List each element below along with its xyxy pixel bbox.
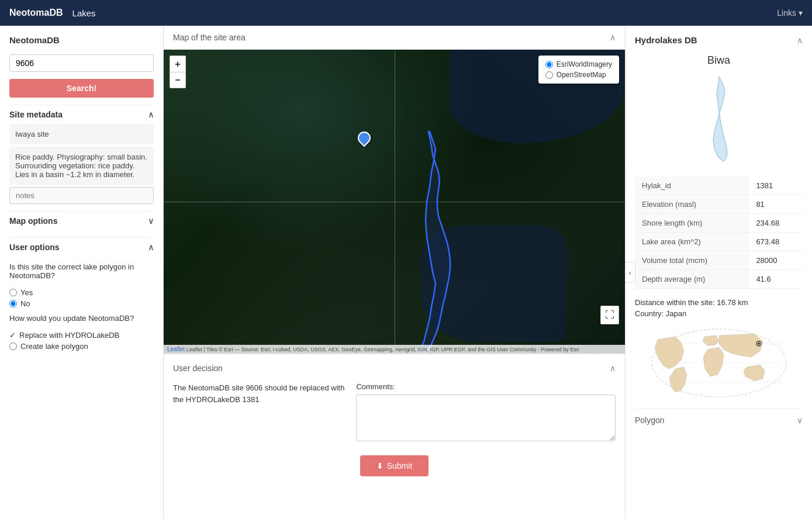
shore-value: 234.68: [749, 214, 803, 233]
fullscreen-button[interactable]: ⛶: [600, 306, 619, 324]
site-metadata-section: Site metadata ∧ Iwaya site Rice paddy. P…: [9, 105, 154, 204]
elevation-value: 81: [749, 195, 803, 214]
collapse-center-button[interactable]: ‹: [625, 262, 635, 283]
q1-no-radio[interactable]: [9, 300, 17, 307]
map-section: Map of the site area ∧: [164, 26, 625, 354]
table-row-area: Lake area (km^2) 673.48: [635, 233, 803, 251]
links-chevron: ▾: [799, 8, 803, 18]
layer-esri-label: EsriWorldImagery: [557, 60, 612, 68]
map-options-chevron: ∨: [148, 216, 154, 226]
shore-label: Shore length (km): [635, 214, 749, 233]
decision-collapse-icon[interactable]: ∧: [610, 364, 616, 373]
lake-name: Biwa: [635, 54, 803, 67]
leaflet-link[interactable]: Leaflet: [167, 346, 185, 352]
map-background: [164, 50, 625, 354]
layer-esri-option[interactable]: EsriWorldImagery: [545, 60, 612, 68]
site-metadata-header[interactable]: Site metadata ∧: [9, 105, 154, 124]
zoom-in-button[interactable]: +: [170, 56, 186, 72]
area-label: Lake area (km^2): [635, 233, 749, 251]
hydrolakes-title: Hydrolakes DB: [635, 35, 697, 45]
q2-option2-radio[interactable]: [9, 342, 17, 350]
comments-textarea[interactable]: [356, 395, 616, 441]
map-collapse-icon[interactable]: ∧: [610, 33, 616, 42]
area-value: 673.48: [749, 233, 803, 251]
hydrolakes-data-table: Hylak_id 1381 Elevation (masl) 81 Shore …: [635, 177, 803, 289]
search-button[interactable]: Search!: [9, 79, 154, 98]
user-options-chevron: ∧: [148, 243, 154, 252]
left-sidebar: NeotomaDB Search! Site metadata ∧ Iwaya …: [0, 26, 164, 519]
country-info: Country: Japan: [635, 309, 803, 318]
hylakid-label: Hylak_id: [635, 177, 749, 195]
fullscreen-icon: ⛶: [605, 310, 614, 320]
user-options-header[interactable]: User options ∧: [9, 237, 154, 257]
q1-no-option[interactable]: No: [9, 299, 154, 308]
q1-yes-radio[interactable]: [9, 289, 17, 296]
question2-options: ✓ Replace with HYDROLakeDB Create lake p…: [9, 331, 154, 351]
world-map-container: [635, 325, 803, 401]
links-menu[interactable]: Links ▾: [777, 8, 803, 18]
table-row-volume: Volume total (mcm) 28000: [635, 251, 803, 270]
water-bottom: [420, 225, 566, 342]
decision-content: The NeotomaDB site 9606 should be replac…: [173, 382, 616, 441]
decision-text-line2: the HYDROLakeDB 1381: [173, 395, 259, 404]
elevation-label: Elevation (masl): [635, 195, 749, 214]
table-row-hylakid: Hylak_id 1381: [635, 177, 803, 195]
user-options-section: User options ∧ Is this site the correct …: [9, 237, 154, 351]
center-content: Map of the site area ∧: [164, 26, 625, 519]
search-input[interactable]: [9, 54, 154, 72]
depth-label: Depth average (m): [635, 270, 749, 289]
right-panel-header: Hydrolakes DB ∧: [635, 35, 803, 45]
q2-option1-label: Replace with HYDROLakeDB: [19, 331, 119, 340]
site-description-box: Rice paddy. Physiography: small basin. S…: [9, 147, 154, 185]
notes-input[interactable]: [9, 187, 154, 204]
right-panel: Hydrolakes DB ∧ Biwa Hylak_id 1381 Eleva…: [625, 26, 812, 519]
attribution-text: Leaflet | Tiles © Esri — Source: Esri, i…: [186, 347, 579, 352]
topnav: NeotomaDB Lakes Links ▾: [0, 0, 812, 26]
decision-text: The NeotomaDB site 9606 should be replac…: [173, 382, 344, 405]
submit-icon: ⬇: [376, 461, 383, 470]
world-map-svg: [649, 325, 789, 401]
site-name-box: Iwaya site: [9, 124, 154, 144]
user-options-label: User options: [9, 243, 60, 252]
layer-osm-option[interactable]: OpenStreetMap: [545, 71, 612, 79]
submit-button[interactable]: ⬇ Submit: [360, 455, 429, 476]
checkmark1-icon: ✓: [9, 331, 16, 340]
map-zoom-controls: + −: [170, 56, 186, 88]
map-title: Map of the site area: [173, 33, 246, 42]
sidebar-title: NeotomaDB: [9, 35, 154, 45]
center-wrapper: Map of the site area ∧: [164, 26, 625, 519]
table-row-depth: Depth average (m) 41.6: [635, 270, 803, 289]
site-description: Rice paddy. Physiography: small basin. S…: [15, 153, 147, 179]
q2-option1-item[interactable]: ✓ Replace with HYDROLakeDB: [9, 331, 154, 340]
map-container[interactable]: + − EsriWorldImagery OpenStreetMap: [164, 50, 625, 354]
comments-label: Comments:: [356, 382, 616, 391]
q2-option2-item[interactable]: Create lake polygon: [9, 342, 154, 351]
right-panel-collapse-icon[interactable]: ∧: [797, 36, 803, 45]
site-metadata-chevron: ∧: [148, 110, 154, 119]
table-row-elevation: Elevation (masl) 81: [635, 195, 803, 214]
map-layer-control: EsriWorldImagery OpenStreetMap: [538, 56, 619, 84]
question1-label: Is this site the correct lake polygon in…: [9, 262, 154, 280]
decision-section: User decision ∧ The NeotomaDB site 9606 …: [164, 354, 625, 486]
question2-label: How would you update NeotomaDB?: [9, 314, 154, 323]
sidebar-brand: NeotomaDB: [9, 35, 154, 47]
submit-area: ⬇ Submit: [173, 451, 616, 476]
crosshair-vertical: [395, 50, 395, 354]
site-metadata-label: Site metadata: [9, 110, 63, 119]
map-attribution: Leaflet Leaflet | Tiles © Esri — Source:…: [164, 345, 625, 354]
question1-options: Yes No: [9, 288, 154, 308]
polygon-chevron[interactable]: ∨: [797, 416, 803, 425]
map-options-header[interactable]: Map options ∨: [9, 211, 154, 230]
decision-text-line1: The NeotomaDB site 9606 should be replac…: [173, 383, 344, 392]
links-label: Links: [777, 8, 796, 18]
lake-biwa-svg: [684, 74, 754, 167]
topnav-left: NeotomaDB Lakes: [9, 8, 96, 18]
layer-esri-radio[interactable]: [545, 61, 553, 68]
brand-name: NeotomaDB: [9, 8, 63, 18]
zoom-out-button[interactable]: −: [170, 72, 186, 88]
volume-label: Volume total (mcm): [635, 251, 749, 270]
polygon-section: Polygon ∨: [635, 408, 803, 425]
layer-osm-radio[interactable]: [545, 71, 553, 79]
q1-yes-option[interactable]: Yes: [9, 288, 154, 297]
map-options-section: Map options ∨: [9, 211, 154, 230]
